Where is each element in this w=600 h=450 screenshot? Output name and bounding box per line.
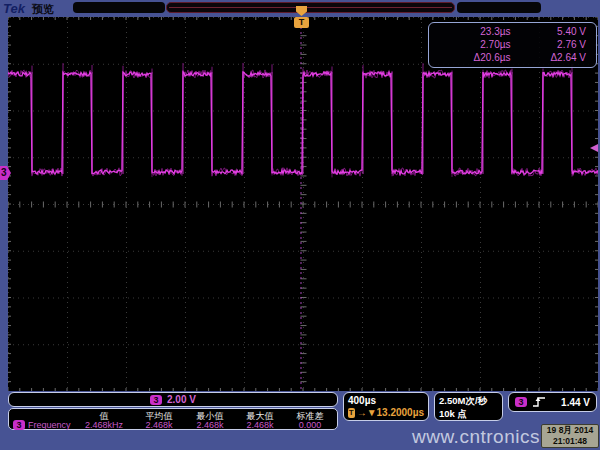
channel3-scale-readout: 3 2.00 V	[8, 392, 338, 407]
trigger-level-readout: 1.44 V	[561, 397, 590, 408]
cursor-b-voltage: 2.76 V	[511, 39, 587, 52]
trigger-position-t-icon: T	[294, 17, 309, 28]
channel3-badge: 3	[150, 395, 162, 405]
cursor-delta-time: Δ20.6µs	[435, 52, 511, 65]
measurement-stddev: 0.000	[285, 420, 335, 430]
topbar-right-panel	[457, 2, 541, 13]
time-label: 21:01:48	[542, 436, 598, 447]
cursor-a-time: 23.3µs	[435, 26, 511, 39]
channel3-volts-per-div: 2.00 V	[167, 394, 196, 405]
acquisition-mode-label: 预览	[32, 2, 54, 17]
rising-edge-icon	[532, 396, 546, 408]
datetime-box: 19 8月 2014 21:01:48	[541, 424, 599, 448]
cursor-delta-voltage: Δ2.64 V	[511, 52, 587, 65]
cursor-readout-box: 23.3µs 5.40 V 2.70µs 2.76 V Δ20.6µs Δ2.6…	[428, 22, 597, 68]
graticule-display-area: T	[8, 17, 598, 391]
trigger-source-badge: 3	[515, 397, 527, 407]
sample-rate: 2.50M次/秒	[439, 394, 498, 407]
trigger-delay-readout: →▼13.2000µs	[357, 407, 424, 419]
record-length: 10k 点	[439, 407, 498, 420]
tek-logo: Tek	[3, 1, 25, 16]
time-per-div: 400µs	[348, 394, 424, 407]
measurement-row-frequency: 3 Frequency 2.468kHz 2.468k 2.468k 2.468…	[13, 420, 333, 430]
measurement-mean: 2.468k	[133, 420, 185, 430]
cursor-a-voltage: 5.40 V	[511, 26, 587, 39]
waveform-record-view-bar	[166, 2, 455, 13]
record-view-trigger-position-icon	[296, 6, 307, 16]
measurement-table: 值 平均值 最小值 最大值 标准差 3 Frequency 2.468kHz 2…	[8, 408, 338, 430]
date-label: 19 8月 2014	[542, 425, 598, 436]
record-view-waveform-line	[169, 7, 452, 8]
measurement-header-row: 值 平均值 最小值 最大值 标准差	[13, 410, 333, 420]
oscilloscope-screen: Tek 预览 T 3 23.3µs 5.40 V 2.70µs 2.76 V Δ…	[0, 0, 600, 450]
measurement-value: 2.468kHz	[75, 420, 133, 430]
topbar-left-panel	[73, 2, 165, 13]
measurement-name: Frequency	[28, 420, 71, 430]
trigger-readout: 3 1.44 V	[508, 392, 597, 412]
measurement-max: 2.468k	[235, 420, 285, 430]
acquisition-readout: 2.50M次/秒 10k 点	[434, 392, 503, 421]
measurement-min: 2.468k	[185, 420, 235, 430]
measurement-channel-badge: 3	[13, 420, 25, 430]
cursor-b-time: 2.70µs	[435, 39, 511, 52]
trigger-badge-icon: T	[348, 408, 355, 418]
horizontal-scale-readout: 400µs T →▼13.2000µs	[343, 392, 429, 421]
channel3-waveform	[8, 17, 598, 391]
